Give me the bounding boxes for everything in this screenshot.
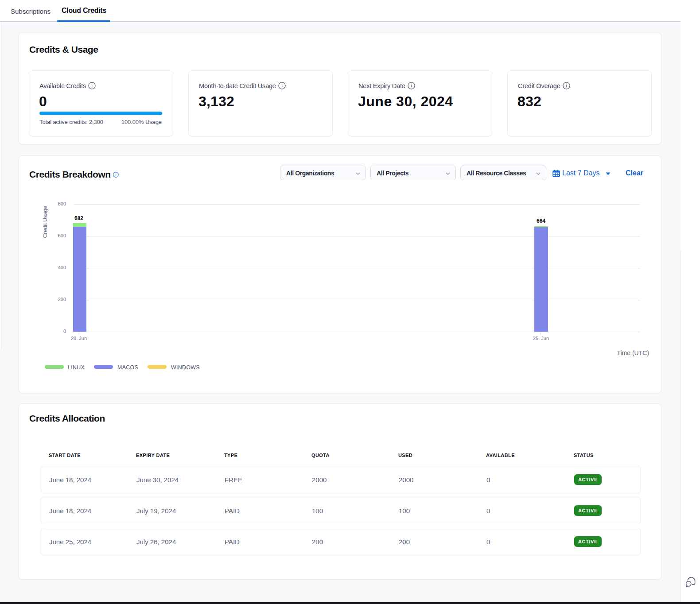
svg-text:i: i [566, 83, 567, 88]
svg-text:i: i [411, 83, 412, 88]
svg-text:i: i [115, 173, 117, 177]
svg-text:i: i [281, 83, 283, 88]
svg-text:i: i [91, 83, 93, 88]
